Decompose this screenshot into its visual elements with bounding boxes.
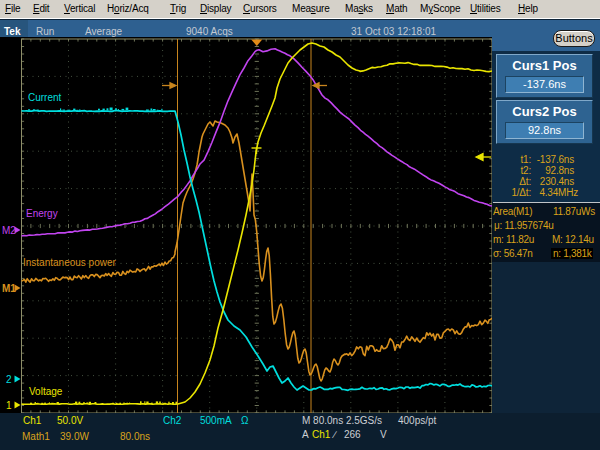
svg-text:Energy: Energy xyxy=(26,208,58,219)
svg-text:M2: M2 xyxy=(2,225,16,236)
svg-text:Instantaneous power: Instantaneous power xyxy=(23,257,117,268)
svg-text:2: 2 xyxy=(6,374,12,385)
svg-text:1: 1 xyxy=(6,400,12,411)
svg-text:Voltage: Voltage xyxy=(29,386,63,397)
svg-text:Current: Current xyxy=(28,92,62,103)
svg-text:M1: M1 xyxy=(2,283,16,294)
